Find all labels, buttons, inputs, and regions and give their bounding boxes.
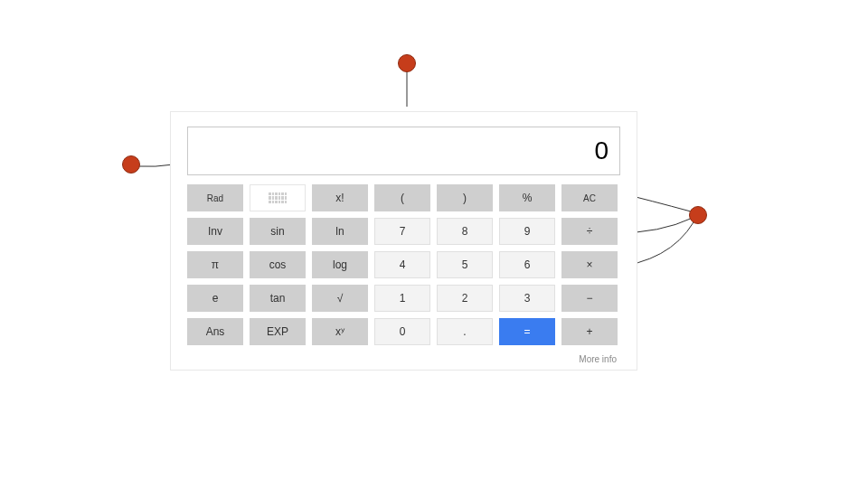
digit-9-button[interactable]: 9 bbox=[499, 218, 555, 245]
rparen-button[interactable]: ) bbox=[437, 184, 493, 211]
pow-button[interactable]: xʸ bbox=[312, 318, 368, 345]
digit-4-button[interactable]: 4 bbox=[374, 251, 430, 278]
calc-display: 0 bbox=[187, 127, 620, 175]
grid-icon bbox=[269, 192, 287, 203]
sqrt-button[interactable]: √ bbox=[312, 285, 368, 312]
calc-footer: More info bbox=[187, 351, 620, 370]
digit-3-button[interactable]: 3 bbox=[499, 285, 555, 312]
more-info-link[interactable]: More info bbox=[579, 354, 617, 364]
divide-button[interactable]: ÷ bbox=[561, 218, 618, 245]
digit-2-button[interactable]: 2 bbox=[437, 285, 493, 312]
digit-1-button[interactable]: 1 bbox=[374, 285, 430, 312]
deg-toggle-button[interactable] bbox=[250, 184, 306, 211]
digit-6-button[interactable]: 6 bbox=[499, 251, 555, 278]
pi-button[interactable]: π bbox=[187, 251, 243, 278]
calc-display-value: 0 bbox=[594, 136, 609, 165]
ac-button[interactable]: AC bbox=[561, 184, 618, 211]
percent-button[interactable]: % bbox=[499, 184, 555, 211]
annotation-dot-top bbox=[398, 54, 416, 72]
digit-8-button[interactable]: 8 bbox=[437, 218, 493, 245]
ans-button[interactable]: Ans bbox=[187, 318, 243, 345]
calculator-card: 0 Rad x! ( ) % AC Inv sin ln 7 8 9 ÷ π c… bbox=[170, 111, 637, 371]
digit-5-button[interactable]: 5 bbox=[437, 251, 493, 278]
equals-button[interactable]: = bbox=[499, 318, 555, 345]
log-button[interactable]: log bbox=[312, 251, 368, 278]
annotation-dot-right bbox=[689, 206, 707, 224]
digit-0-button[interactable]: 0 bbox=[374, 318, 430, 345]
lparen-button[interactable]: ( bbox=[374, 184, 430, 211]
factorial-button[interactable]: x! bbox=[312, 184, 368, 211]
inv-button[interactable]: Inv bbox=[187, 218, 243, 245]
digit-7-button[interactable]: 7 bbox=[374, 218, 430, 245]
calc-button-grid: Rad x! ( ) % AC Inv sin ln 7 8 9 ÷ π cos… bbox=[187, 184, 620, 345]
tan-button[interactable]: tan bbox=[250, 285, 306, 312]
rad-button[interactable]: Rad bbox=[187, 184, 243, 211]
e-button[interactable]: e bbox=[187, 285, 243, 312]
exp-button[interactable]: EXP bbox=[250, 318, 306, 345]
cos-button[interactable]: cos bbox=[250, 251, 306, 278]
minus-button[interactable]: − bbox=[561, 285, 618, 312]
ln-button[interactable]: ln bbox=[312, 218, 368, 245]
sin-button[interactable]: sin bbox=[250, 218, 306, 245]
dot-button[interactable]: . bbox=[437, 318, 493, 345]
multiply-button[interactable]: × bbox=[561, 251, 618, 278]
plus-button[interactable]: + bbox=[561, 318, 618, 345]
annotation-dot-left bbox=[122, 155, 140, 174]
